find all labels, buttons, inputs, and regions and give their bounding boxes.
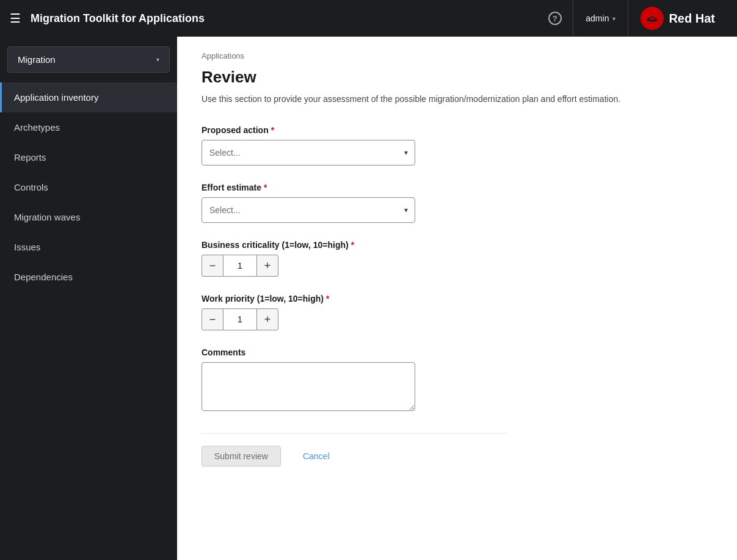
sidebar-item-label: Reports — [14, 152, 46, 162]
business-criticality-plus-button[interactable]: + — [256, 255, 278, 277]
cancel-button[interactable]: Cancel — [291, 446, 342, 466]
business-criticality-label: Business criticality (1=low, 10=high) * — [201, 240, 507, 250]
page-description: Use this section to provide your assessm… — [201, 93, 713, 106]
work-priority-group: Work priority (1=low, 10=high) * − 1 + — [201, 294, 507, 330]
sidebar-item-dependencies[interactable]: Dependencies — [0, 262, 177, 292]
required-star: * — [271, 125, 274, 135]
sidebar-item-label: Archetypes — [14, 122, 60, 133]
business-criticality-stepper: − 1 + — [201, 255, 507, 277]
sidebar-item-label: Dependencies — [14, 272, 73, 282]
proposed-action-select-wrapper: Select... Rehost Replatform Refactor Rep… — [201, 140, 415, 165]
topbar: ☰ Migration Toolkit for Applications ? a… — [0, 0, 737, 37]
comments-label: Comments — [201, 347, 507, 357]
business-criticality-group: Business criticality (1=low, 10=high) * … — [201, 240, 507, 277]
effort-estimate-label: Effort estimate * — [201, 183, 507, 192]
sidebar-item-migration-waves[interactable]: Migration waves — [0, 202, 177, 232]
app-title: Migration Toolkit for Applications — [31, 12, 537, 25]
sidebar-dropdown-label: Migration — [18, 54, 56, 65]
sidebar-item-controls[interactable]: Controls — [0, 172, 177, 202]
proposed-action-select[interactable]: Select... Rehost Replatform Refactor Rep… — [201, 140, 415, 165]
help-icon: ? — [548, 12, 562, 25]
breadcrumb: Applications — [201, 51, 713, 60]
sidebar-item-issues[interactable]: Issues — [0, 232, 177, 262]
business-criticality-value: 1 — [223, 255, 256, 277]
sidebar-section-dropdown[interactable]: Migration ▾ — [7, 46, 170, 73]
comments-group: Comments — [201, 347, 507, 413]
effort-estimate-group: Effort estimate * Select... Small Medium… — [201, 183, 507, 223]
svg-point-1 — [647, 20, 658, 22]
user-caret-icon: ▾ — [612, 15, 615, 22]
main-content: Applications Review Use this section to … — [177, 37, 737, 560]
user-menu[interactable]: admin ▾ — [573, 0, 628, 37]
work-priority-stepper: − 1 + — [201, 308, 507, 330]
sidebar-item-label: Controls — [14, 182, 48, 192]
hamburger-menu[interactable]: ☰ — [10, 11, 21, 26]
redhat-hat-icon — [641, 7, 664, 30]
submit-review-button[interactable]: Submit review — [201, 446, 281, 467]
required-star-criticality: * — [351, 240, 354, 250]
comments-textarea[interactable] — [201, 362, 415, 411]
work-priority-minus-button[interactable]: − — [201, 308, 223, 330]
sidebar: Migration ▾ Application inventory Archet… — [0, 37, 177, 560]
sidebar-item-application-inventory[interactable]: Application inventory — [0, 82, 177, 112]
business-criticality-minus-button[interactable]: − — [201, 255, 223, 277]
brand-text: Red Hat — [669, 12, 715, 26]
sidebar-item-reports[interactable]: Reports — [0, 142, 177, 172]
page-title: Review — [201, 68, 713, 87]
help-button[interactable]: ? — [537, 0, 573, 37]
user-label: admin — [586, 13, 609, 23]
sidebar-item-label: Migration waves — [14, 212, 80, 222]
work-priority-label: Work priority (1=low, 10=high) * — [201, 294, 507, 304]
work-priority-plus-button[interactable]: + — [256, 308, 278, 330]
redhat-logo: Red Hat — [641, 7, 715, 30]
topbar-right: ? admin ▾ Red Hat — [537, 0, 727, 37]
required-star-effort: * — [264, 183, 267, 192]
brand-logo: Red Hat — [628, 0, 727, 37]
required-star-priority: * — [326, 294, 329, 304]
form-actions: Submit review Cancel — [201, 433, 507, 467]
effort-estimate-select-wrapper: Select... Small Medium Large Extra Large… — [201, 197, 415, 223]
sidebar-dropdown-caret-icon: ▾ — [156, 56, 159, 63]
work-priority-value: 1 — [223, 308, 256, 330]
proposed-action-group: Proposed action * Select... Rehost Repla… — [201, 125, 507, 165]
proposed-action-label: Proposed action * — [201, 125, 507, 135]
effort-estimate-select[interactable]: Select... Small Medium Large Extra Large — [201, 197, 415, 223]
sidebar-item-label: Application inventory — [14, 92, 98, 103]
sidebar-item-label: Issues — [14, 242, 40, 252]
review-form: Proposed action * Select... Rehost Repla… — [201, 125, 507, 467]
sidebar-nav: Application inventory Archetypes Reports… — [0, 82, 177, 292]
sidebar-item-archetypes[interactable]: Archetypes — [0, 112, 177, 142]
main-layout: Migration ▾ Application inventory Archet… — [0, 37, 737, 560]
